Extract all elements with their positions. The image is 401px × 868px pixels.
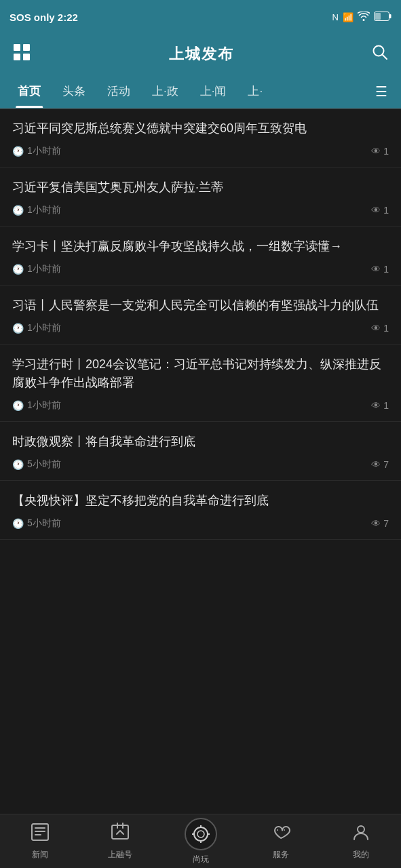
eye-icon: 👁	[371, 205, 381, 216]
svg-rect-4	[23, 44, 30, 51]
news-title: 学习进行时丨2024会议笔记：习近平总书记对持续发力、纵深推进反腐败斗争作出战略…	[12, 355, 389, 393]
nfc-icon: N	[332, 12, 339, 22]
news-item[interactable]: 学习卡丨坚决打赢反腐败斗争攻坚战持久战，一组数字读懂→ 🕐 1小时前 👁 1	[0, 226, 401, 285]
news-time: 🕐 1小时前	[12, 204, 61, 216]
eye-icon: 👁	[371, 323, 381, 334]
news-item[interactable]: 学习进行时丨2024会议笔记：习近平总书记对持续发力、纵深推进反腐败斗争作出战略…	[0, 344, 401, 422]
tab-more-content[interactable]: 上·	[237, 75, 273, 108]
news-title: 习近平同突尼斯总统赛义德就中突建交60周年互致贺电	[12, 119, 389, 138]
app-header: 上城发布	[0, 34, 401, 75]
views-count: 7	[383, 459, 389, 470]
views-count: 1	[383, 205, 389, 216]
news-time: 🕐 1小时前	[12, 399, 61, 412]
wifi-icon	[358, 12, 370, 23]
time-text: 1小时前	[27, 204, 61, 216]
time-text: 5小时前	[27, 458, 61, 471]
nav-item-upload[interactable]: 上融号	[80, 823, 160, 861]
news-item[interactable]: 习近平复信美国艾奥瓦州友人萨拉·兰蒂 🕐 1小时前 👁 1	[0, 167, 401, 226]
news-views: 👁 1	[371, 146, 389, 157]
news-item[interactable]: 时政微观察丨将自我革命进行到底 🕐 5小时前 👁 7	[0, 422, 401, 481]
eye-icon: 👁	[371, 518, 381, 529]
nav-item-news[interactable]: 新闻	[0, 823, 80, 861]
nav-tabs: 首页 头条 活动 上·政 上·闻 上· ☰	[0, 75, 401, 108]
news-views: 👁 7	[371, 518, 389, 529]
news-time: 🕐 5小时前	[12, 517, 61, 530]
svg-point-22	[277, 829, 278, 831]
heart-icon	[271, 823, 290, 846]
nav-item-camera[interactable]: 尚玩	[160, 818, 240, 865]
tab-politics[interactable]: 上·政	[141, 75, 189, 108]
eye-icon: 👁	[371, 459, 381, 470]
nav-item-service[interactable]: 服务	[241, 823, 321, 861]
signal-icon: 📶	[343, 12, 354, 22]
person-icon	[351, 823, 370, 846]
views-count: 1	[383, 264, 389, 275]
news-time: 🕐 1小时前	[12, 145, 61, 157]
tab-home[interactable]: 首页	[7, 75, 52, 108]
news-item[interactable]: 【央视快评】坚定不移把党的自我革命进行到底 🕐 5小时前 👁 7	[0, 481, 401, 540]
app-title: 上城发布	[169, 44, 234, 64]
search-icon[interactable]	[371, 43, 389, 65]
tab-headline[interactable]: 头条	[52, 75, 96, 108]
svg-rect-3	[14, 44, 20, 51]
svg-point-24	[358, 826, 364, 833]
clock-icon: 🕐	[12, 518, 24, 529]
time-text: 1小时前	[27, 263, 61, 275]
news-meta: 🕐 1小时前 👁 1	[12, 322, 389, 344]
news-time: 🕐 1小时前	[12, 322, 61, 334]
news-meta: 🕐 1小时前 👁 1	[12, 145, 389, 167]
news-list: 习近平同突尼斯总统赛义德就中突建交60周年互致贺电 🕐 1小时前 👁 1 习近平…	[0, 108, 401, 540]
camera-icon	[185, 818, 217, 850]
nav-menu-icon[interactable]: ☰	[368, 83, 394, 100]
clock-icon: 🕐	[12, 323, 24, 334]
news-item[interactable]: 习近平同突尼斯总统赛义德就中突建交60周年互致贺电 🕐 1小时前 👁 1	[0, 108, 401, 167]
news-meta: 🕐 5小时前 👁 7	[12, 458, 389, 480]
eye-icon: 👁	[371, 264, 381, 275]
views-count: 7	[383, 518, 389, 529]
status-icons: N 📶	[332, 12, 392, 23]
eye-icon: 👁	[371, 146, 381, 157]
news-icon	[31, 823, 50, 846]
battery-icon	[374, 12, 392, 23]
clock-icon: 🕐	[12, 264, 24, 275]
svg-rect-13	[112, 825, 128, 839]
status-bar: SOS only 2:22 N 📶	[0, 0, 401, 34]
grid-icon[interactable]	[12, 43, 31, 66]
news-title: 【央视快评】坚定不移把党的自我革命进行到底	[12, 492, 389, 511]
bottom-nav: 新闻 上融号 尚玩	[0, 814, 401, 868]
news-views: 👁 1	[371, 323, 389, 334]
tab-activity[interactable]: 活动	[96, 75, 141, 108]
upload-icon	[111, 823, 130, 846]
time-text: 5小时前	[27, 517, 61, 530]
news-meta: 🕐 1小时前 👁 1	[12, 204, 389, 226]
news-time: 🕐 1小时前	[12, 263, 61, 275]
news-meta: 🕐 1小时前 👁 1	[12, 399, 389, 421]
views-count: 1	[383, 400, 389, 411]
news-views: 👁 1	[371, 400, 389, 411]
clock-icon: 🕐	[12, 400, 24, 411]
svg-line-8	[383, 55, 387, 60]
news-views: 👁 7	[371, 459, 389, 470]
time-text: 1小时前	[27, 145, 61, 157]
news-meta: 🕐 1小时前 👁 1	[12, 263, 389, 285]
svg-rect-1	[389, 14, 392, 18]
clock-icon: 🕐	[12, 146, 24, 157]
views-count: 1	[383, 323, 389, 334]
svg-rect-5	[14, 54, 20, 60]
svg-point-16	[194, 827, 208, 841]
nav-label-camera: 尚玩	[193, 854, 209, 865]
news-title: 习近平复信美国艾奥瓦州友人萨拉·兰蒂	[12, 178, 389, 197]
svg-rect-2	[375, 13, 381, 20]
clock-icon: 🕐	[12, 205, 24, 216]
tab-news[interactable]: 上·闻	[189, 75, 237, 108]
status-signal: SOS only 2:22	[9, 12, 78, 23]
svg-point-17	[197, 831, 204, 837]
news-item[interactable]: 习语丨人民警察是一支党和人民完全可以信赖的有坚强战斗力的队伍 🕐 1小时前 👁 …	[0, 285, 401, 344]
nav-label-upload: 上融号	[108, 849, 132, 861]
svg-rect-6	[23, 54, 30, 60]
nav-item-profile[interactable]: 我的	[321, 823, 401, 861]
nav-label-news: 新闻	[32, 849, 48, 861]
news-title: 学习卡丨坚决打赢反腐败斗争攻坚战持久战，一组数字读懂→	[12, 237, 389, 256]
svg-point-23	[284, 829, 285, 831]
news-views: 👁 1	[371, 205, 389, 216]
